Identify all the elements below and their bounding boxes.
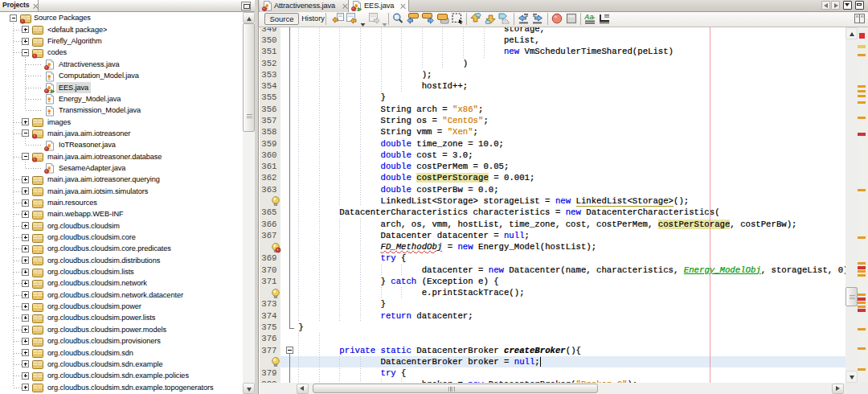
svg-text:Aa: Aa bbox=[584, 13, 594, 21]
